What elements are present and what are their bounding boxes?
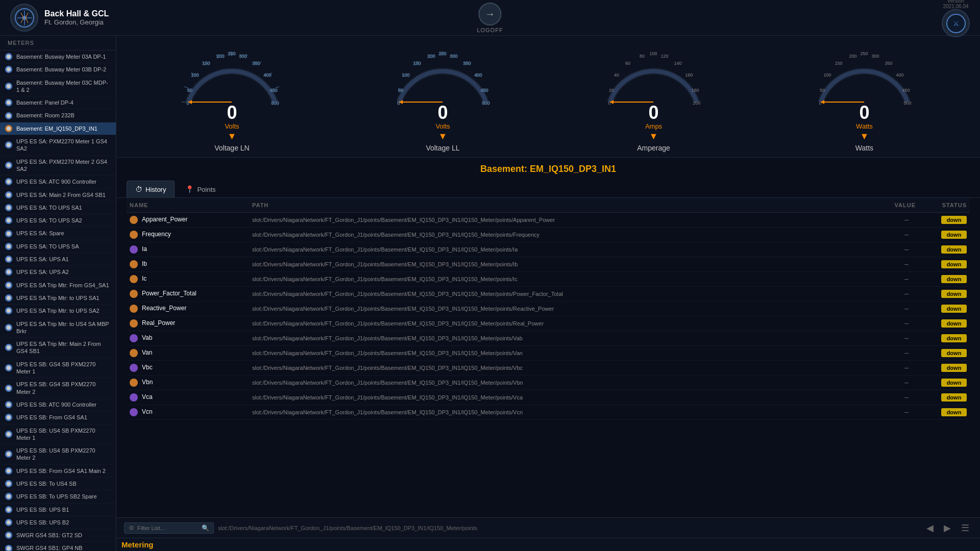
sidebar-item-27[interactable]: UPS ES SB: From GS4 SA1 Main 2 [0,465,116,478]
table-row[interactable]: Frequencyslot:/Drivers/NiagaraNetwork/FT… [127,228,970,242]
row-icon-5 [130,290,138,298]
svg-point-36 [7,520,11,524]
svg-text:0: 0 [608,101,611,106]
sidebar-item-2[interactable]: Basement: Busway Meter 03C MDP-1 & 2 [0,77,116,97]
sidebar-item-32[interactable]: SWGR GS4 SB1: GT2 SD [0,529,116,542]
table-row[interactable]: Vbcslot:/Drivers/NiagaraNetwork/FT_Gordo… [127,361,970,375]
cell-value-3: -- [878,257,919,272]
sidebar-icon-12 [5,230,12,237]
header-title-main: Back Hall & GCL [44,9,109,18]
row-icon-12 [130,393,138,402]
filter-input[interactable] [137,525,199,531]
row-icon-11 [130,379,138,387]
gauge-label-amperage: Amperage [637,144,670,152]
sidebar-item-25[interactable]: UPS ES SB: US4 SB PXM2270 Meter 1 [0,424,116,445]
sidebar-item-3[interactable]: Basement: Panel DP-4 [0,96,116,109]
tab-history[interactable]: ⏱ History [127,181,175,197]
table-row[interactable]: Vabslot:/Drivers/NiagaraNetwork/FT_Gordo… [127,331,970,346]
sidebar-item-29[interactable]: UPS ES SB: To UPS SB2 Spare [0,490,116,503]
nav-menu-button[interactable]: ☰ [958,521,972,535]
status-badge-13: down [941,408,967,416]
row-icon-7 [130,319,138,328]
sidebar-item-24[interactable]: UPS ES SB: From GS4 SA1 [0,411,116,424]
sidebar-item-15[interactable]: UPS ES SA: UPS A2 [0,266,116,279]
svg-point-20 [7,270,11,274]
sidebar-item-20[interactable]: UPS ES SA Trip Mtr: Main 2 From GS4 SB1 [0,338,116,358]
table-row[interactable]: Reactive_Powerslot:/Drivers/NiagaraNetwo… [127,302,970,316]
sidebar-item-26[interactable]: UPS ES SB: US4 SB PXM2270 Meter 2 [0,444,116,465]
nav-next-button[interactable]: ▶ [941,521,954,535]
gauge-unit-voltage-ll: Volts [435,122,450,130]
svg-text:450: 450 [481,88,488,93]
sidebar-item-12[interactable]: UPS ES SA: Spare [0,227,116,240]
cell-status-1: down [919,228,970,242]
sidebar-icon-24 [5,414,12,421]
sidebar-icon-31 [5,519,12,526]
table-row[interactable]: Vbnslot:/Drivers/NiagaraNetwork/FT_Gordo… [127,375,970,390]
sidebar-item-6[interactable]: UPS ES SA: PXM2270 Meter 1 GS4 SA2 [0,135,116,156]
svg-text:0: 0 [819,101,822,106]
header-right-logo: ⚔ [942,9,970,37]
history-icon: ⏱ [135,185,142,193]
table-row[interactable]: Vcnslot:/Drivers/NiagaraNetwork/FT_Gordo… [127,405,970,420]
svg-text:350: 350 [885,61,893,66]
table-row[interactable]: Vanslot:/Drivers/NiagaraNetwork/FT_Gordo… [127,346,970,361]
sidebar-item-22[interactable]: UPS ES SB: GS4 SB PXM2270 Meter 2 [0,378,116,398]
table-row[interactable]: Apparent_Powerslot:/Drivers/NiagaraNetwo… [127,213,970,228]
sidebar-item-8[interactable]: UPS ES SA: ATC 900 Controller [0,176,116,188]
sidebar-item-18[interactable]: UPS ES SA Trip Mtr: to UPS SA2 [0,305,116,317]
table-row[interactable]: Vcaslot:/Drivers/NiagaraNetwork/FT_Gordo… [127,390,970,405]
sidebar-item-7[interactable]: UPS ES SA: PXM2270 Meter 2 GS4 SA2 [0,156,116,176]
sidebar-item-21[interactable]: UPS ES SB: GS4 SB PXM2270 Meter 1 [0,358,116,379]
svg-point-19 [7,257,11,261]
cell-status-9: down [919,346,970,361]
cell-status-0: down [919,213,970,228]
sidebar-item-30[interactable]: UPS ES SB: UPS B1 [0,504,116,516]
sidebar-label-5: Basement: EM_IQ150_DP3_IN1 [16,125,97,132]
sidebar-item-13[interactable]: UPS ES SA: TO UPS SA [0,240,116,253]
sidebar-icon-8 [5,178,12,185]
svg-point-35 [7,508,11,512]
sidebar-icon-20 [5,344,12,351]
cell-path-10: slot:/Drivers/NiagaraNetwork/FT_Gordon_J… [249,361,878,375]
sidebar-item-9[interactable]: UPS ES SA: Main 2 From GS4 SB1 [0,189,116,202]
sidebar-label-10: UPS ES SA: TO UPS SA1 [16,204,82,211]
tab-points[interactable]: 📍 Points [177,181,224,197]
sidebar-item-0[interactable]: Basement: Busway Meter 03A DP-1 [0,51,116,63]
cell-name-12: Vca [127,390,249,405]
cell-name-8: Vab [127,331,249,346]
logoff-label: LOGOFF [477,27,503,33]
footer: ⚙ 🔍 slot:/Drivers/NiagaraNetwork/FT_Gord… [116,517,980,538]
nav-prev-button[interactable]: ◀ [923,521,937,535]
metering-label-bar: Metering [116,538,980,551]
sidebar-item-23[interactable]: UPS ES SB: ATC 900 Controller [0,398,116,411]
sidebar-item-1[interactable]: Basement: Busway Meter 03B DP-2 [0,63,116,76]
table-row[interactable]: Real_Powerslot:/Drivers/NiagaraNetwork/F… [127,316,970,331]
sidebar-icon-2 [5,83,12,90]
table-row[interactable]: Power_Factor_Totalslot:/Drivers/NiagaraN… [127,287,970,302]
tab-history-label: History [145,186,166,193]
sidebar-label-22: UPS ES SB: GS4 SB PXM2270 Meter 2 [16,381,111,395]
sidebar-item-10[interactable]: UPS ES SA: TO UPS SA1 [0,202,116,214]
sidebar-item-5[interactable]: Basement: EM_IQ150_DP3_IN1 [0,122,116,135]
svg-text:450: 450 [902,88,910,93]
sidebar-item-11[interactable]: UPS ES SA: TO UPS SA2 [0,214,116,227]
version-label: Version 2021.06.04 [943,0,968,9]
sidebar-icon-16 [5,282,12,289]
table-row[interactable]: Iaslot:/Drivers/NiagaraNetwork/FT_Gordon… [127,242,970,257]
sidebar-item-28[interactable]: UPS ES SB: To US4 SB [0,478,116,490]
table-row[interactable]: Ibslot:/Drivers/NiagaraNetwork/FT_Gordon… [127,257,970,272]
sidebar-item-33[interactable]: SWGR GS4 SB1: GP4 NB [0,542,116,551]
sidebar-item-4[interactable]: Basement: Room 232B [0,109,116,122]
cell-path-11: slot:/Drivers/NiagaraNetwork/FT_Gordon_J… [249,375,878,390]
sidebar-item-17[interactable]: UPS ES SA Trip Mtr: to UPS SA1 [0,292,116,305]
table-row[interactable]: Icslot:/Drivers/NiagaraNetwork/FT_Gordon… [127,272,970,287]
svg-point-34 [7,494,11,498]
sidebar-item-14[interactable]: UPS ES SA: UPS A1 [0,253,116,266]
filter-input-wrap[interactable]: ⚙ 🔍 [124,522,214,534]
svg-point-9 [7,114,11,118]
logoff-button[interactable]: → [478,3,501,26]
sidebar-item-19[interactable]: UPS ES SA Trip Mtr: to US4 SA MBP Brkr [0,318,116,338]
sidebar-item-31[interactable]: UPS ES SB: UPS B2 [0,516,116,529]
sidebar-item-16[interactable]: UPS ES SA Trip Mtr: From GS4_SA1 [0,279,116,292]
